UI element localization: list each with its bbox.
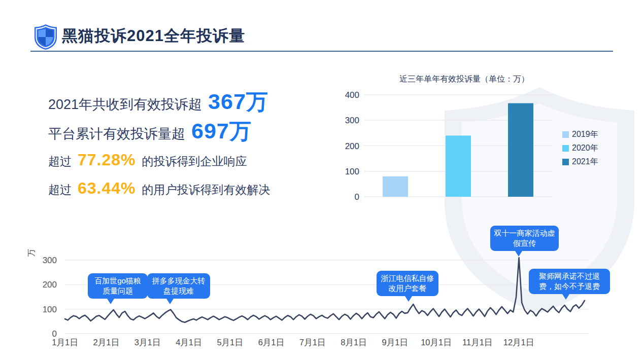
bar-y-tick-label: 400: [345, 90, 359, 100]
stat-response-suffix: 的投诉得到企业响应: [142, 154, 247, 169]
bar-y-tick-label: 200: [345, 141, 359, 151]
line-x-tick-label: 6月1日: [258, 338, 284, 347]
line-x-tick-label: 2月1日: [93, 338, 119, 347]
bar-2021年: [508, 103, 533, 197]
infographic-canvas: 黑猫投诉2021全年投诉量 2021年共收到有效投诉超 367万 平台累计有效投…: [0, 0, 644, 361]
bar-2020年: [446, 135, 471, 197]
stat-annual-label: 2021年共收到有效投诉超: [48, 95, 202, 114]
line-x-tick-label: 8月1日: [341, 338, 366, 347]
bar-y-tick-label: 100: [345, 167, 359, 176]
legend-label-2019: 2019年: [572, 129, 598, 140]
legend-swatch-2020: [562, 145, 569, 152]
stat-cumulative-label: 平台累计有效投诉量超: [48, 125, 185, 143]
stat-cumulative-complaints: 平台累计有效投诉量超 697万: [48, 117, 252, 146]
legend-item-2021[interactable]: 2021年: [562, 155, 598, 169]
shield-icon: [33, 24, 58, 50]
line-y-tick-label: 200: [43, 280, 57, 290]
line-x-tick-label: 11月1日: [462, 338, 492, 347]
stat-cumulative-value: 697万: [191, 117, 252, 146]
line-x-tick-label: 10月1日: [421, 338, 452, 347]
bar-y-tick-label: 0: [355, 192, 359, 202]
line-x-tick-label: 5月1日: [217, 338, 243, 347]
page-title: 黑猫投诉2021全年投诉量: [62, 25, 245, 47]
bar-chart-plot: 0100200300400: [343, 71, 561, 205]
stat-resolution-prefix: 超过: [48, 182, 72, 198]
bar-chart-legend: 2019年 2020年 2021年: [562, 128, 598, 169]
callout-jushiwang: 聚师网承诺不过退费，如今不予退费: [529, 269, 610, 294]
callout-double-eleven: 双十一商家活动虚假宣传: [490, 226, 559, 251]
bar-2019年: [383, 176, 408, 197]
line-x-tick-label: 4月1日: [176, 338, 201, 347]
legend-item-2020[interactable]: 2020年: [562, 141, 598, 155]
line-x-tick-label: 3月1日: [134, 338, 160, 347]
line-chart-plot: 01002003001月1日2月1日3月1日4月1日5月1日6月1日7月1日8月…: [28, 251, 644, 361]
stat-response-prefix: 超过: [48, 154, 72, 169]
line-y-tick-label: 300: [43, 256, 57, 265]
stat-resolution-value: 63.44%: [78, 179, 136, 198]
legend-swatch-2019: [562, 131, 569, 138]
line-x-tick-label: 1月1日: [52, 338, 78, 347]
line-x-tick-label: 9月1日: [382, 338, 408, 347]
line-x-tick-label: 7月1日: [299, 338, 325, 347]
stat-response-value: 77.28%: [78, 151, 136, 169]
stat-annual-complaints: 2021年共收到有效投诉超 367万: [48, 87, 268, 117]
legend-swatch-2021: [562, 159, 569, 165]
stat-resolution-rate: 超过 63.44% 的用户投诉得到有效解决: [48, 179, 270, 198]
callout-zhejiang-telecom: 浙江电信私自修改用户套餐: [377, 271, 438, 296]
legend-item-2019[interactable]: 2019年: [562, 128, 598, 141]
line-y-tick-label: 100: [43, 305, 57, 314]
stat-resolution-suffix: 的用户投诉得到有效解决: [142, 182, 270, 198]
title-divider: [30, 51, 613, 52]
bar-y-tick-label: 300: [345, 116, 359, 125]
line-x-tick-label: 12月1日: [503, 338, 534, 347]
stat-annual-value: 367万: [208, 87, 268, 117]
callout-pinduoduo: 拼多多现金大转盘提现难: [147, 273, 210, 299]
legend-label-2020: 2020年: [572, 143, 598, 154]
legend-label-2021: 2021年: [572, 157, 598, 167]
callout-baijiashi: 百加世go猫粮质量问题: [88, 273, 148, 299]
stat-response-rate: 超过 77.28% 的投诉得到企业响应: [48, 151, 247, 169]
